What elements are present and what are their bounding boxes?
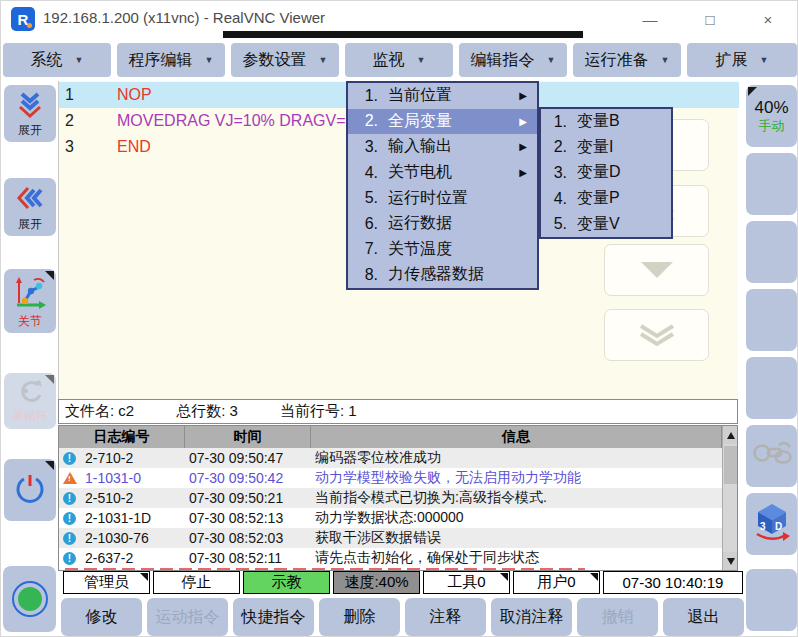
modify-button[interactable]: 修改 xyxy=(61,598,142,636)
menu-bar: 系统▼ 程序编辑▼ 参数设置▼ 监视▼ 编辑指令▼ 运行准备▼ 扩展▼ xyxy=(1,38,798,81)
single-cycle-button: 单循环 xyxy=(4,373,56,429)
submenu-item-variable-p[interactable]: 4.变量P xyxy=(541,186,671,212)
menu-program[interactable]: 程序编辑▼ xyxy=(117,43,225,77)
info-icon xyxy=(63,512,76,525)
tool-status[interactable]: 工具0 xyxy=(423,571,510,594)
code-text: MOVEDRAG VJ=10% DRAGV=10 xyxy=(117,112,363,130)
menu-item-current-position[interactable]: 1.当前位置▶ xyxy=(348,83,537,109)
menu-system[interactable]: 系统▼ xyxy=(3,43,111,77)
log-header-id: 日志编号 xyxy=(59,426,185,448)
exit-button[interactable]: 退出 xyxy=(663,598,744,636)
submenu-arrow-icon: ▶ xyxy=(519,116,527,127)
log-row[interactable]: 2-710-207-30 09:50:47编码器零位校准成功 xyxy=(59,448,724,468)
motion-command-button: 运动指令 xyxy=(147,598,228,636)
menu-item-global-variables[interactable]: 2.全局变量▶ xyxy=(348,109,537,135)
menu-item-runtime-position[interactable]: 5.运行时位置 xyxy=(348,185,537,211)
info-icon xyxy=(63,552,76,565)
chevron-down-icon: ▼ xyxy=(205,55,214,65)
log-header-time: 时间 xyxy=(185,426,311,448)
log-row[interactable]: 2-637-207-30 08:52:11请先点击初始化，确保处于同步状态 xyxy=(59,548,724,568)
single-cycle-label: 单循环 xyxy=(12,410,48,422)
menu-extend[interactable]: 扩展▼ xyxy=(687,43,797,77)
menu-item-force-sensor-data[interactable]: 8.力传感器数据 xyxy=(348,262,537,288)
variable-submenu: 1.变量B 2.变量I 3.变量D 4.变量P 5.变量V xyxy=(539,107,673,239)
speed-value: 40% xyxy=(754,98,788,118)
side-panel-button[interactable] xyxy=(746,569,797,631)
expand-down-button[interactable]: 展开 xyxy=(4,85,56,142)
file-info-bar: 文件名: c2 总行数: 3 当前行号: 1 xyxy=(58,399,738,424)
teach-mode-status: 示教 xyxy=(243,571,330,594)
delete-button[interactable]: 删除 xyxy=(319,598,400,636)
menu-item-joint-temperature[interactable]: 7.关节温度 xyxy=(348,237,537,263)
menu-run-prep[interactable]: 运行准备▼ xyxy=(573,43,681,77)
double-chevron-down-icon xyxy=(15,91,45,122)
info-icon xyxy=(63,532,76,545)
window-title: 192.168.1.200 (x11vnc) - RealVNC Viewer xyxy=(43,9,325,26)
submenu-arrow-icon: ▶ xyxy=(519,141,527,152)
user-frame-status[interactable]: 用户0 xyxy=(513,571,600,594)
servo-power-button[interactable] xyxy=(4,459,56,521)
page-down-button[interactable] xyxy=(604,309,709,361)
code-text: END xyxy=(117,138,151,156)
user-role-status[interactable]: 管理员 xyxy=(63,571,150,594)
view-3d-button[interactable]: 3D xyxy=(746,493,797,555)
file-name: 文件名: c2 xyxy=(65,402,134,421)
start-button[interactable] xyxy=(3,566,56,632)
side-panel-button[interactable] xyxy=(746,221,797,283)
side-panel-button[interactable] xyxy=(746,357,797,419)
log-scrollbar[interactable] xyxy=(722,426,737,570)
menu-params[interactable]: 参数设置▼ xyxy=(231,43,339,77)
quick-command-button[interactable]: 快捷指令 xyxy=(233,598,314,636)
line-number: 1 xyxy=(59,86,117,104)
svg-text:D: D xyxy=(775,521,782,532)
maximize-button[interactable]: □ xyxy=(693,7,727,31)
menu-monitor[interactable]: 监视▼ xyxy=(345,43,453,77)
code-text: NOP xyxy=(117,86,152,104)
chevron-down-icon: ▼ xyxy=(547,55,556,65)
log-row[interactable]: 2-1030-7607-30 08:52:03获取干涉区数据错误 xyxy=(59,528,724,548)
expand-down-label: 展开 xyxy=(18,124,42,136)
scrollbar-down-button[interactable] xyxy=(723,552,738,570)
scrollbar-up-button[interactable] xyxy=(723,426,738,444)
realvnc-logo-icon: R xyxy=(11,7,35,31)
close-button[interactable]: × xyxy=(751,7,785,31)
menu-item-joint-motor[interactable]: 4.关节电机▶ xyxy=(348,160,537,186)
log-row[interactable]: 2-510-207-30 09:50:21当前指令模式已切换为:高级指令模式. xyxy=(59,488,724,508)
joint-mode-button[interactable]: 关节 xyxy=(4,269,56,333)
side-panel-button[interactable] xyxy=(746,289,797,351)
arrow-down-icon xyxy=(635,258,679,282)
double-chevron-down-icon xyxy=(635,322,679,348)
scrollbar-thumb[interactable] xyxy=(724,446,737,484)
comment-button[interactable]: 注释 xyxy=(405,598,486,636)
submenu-item-variable-v[interactable]: 5.变量V xyxy=(541,211,671,237)
arrow-down-icon xyxy=(727,558,735,565)
chevron-down-icon: ▼ xyxy=(417,55,426,65)
realvnc-window: R 192.168.1.200 (x11vnc) - RealVNC Viewe… xyxy=(0,0,798,637)
submenu-item-variable-i[interactable]: 2.变量I xyxy=(541,135,671,161)
submenu-item-variable-b[interactable]: 1.变量B xyxy=(541,109,671,135)
log-row[interactable]: 1-1031-007-30 09:50:42动力学模型校验失败，无法启用动力学功… xyxy=(59,468,724,488)
log-panel: 日志编号 时间 信息 2-710-207-30 09:50:47编码器零位校准成… xyxy=(58,425,738,571)
speed-mode-button[interactable]: 40% 手动 xyxy=(746,85,797,147)
scroll-down-button[interactable] xyxy=(604,244,709,296)
svg-text:3: 3 xyxy=(760,521,766,532)
uncomment-button[interactable]: 取消注释 xyxy=(491,598,572,636)
robot-arm-axes-icon xyxy=(13,275,47,313)
log-rows: 2-710-207-30 09:50:47编码器零位校准成功 1-1031-00… xyxy=(59,448,724,571)
warning-icon xyxy=(63,472,77,484)
mode-label: 手动 xyxy=(759,118,785,134)
expand-left-button[interactable]: 展开 xyxy=(4,178,56,236)
datetime-status: 07-30 10:40:19 xyxy=(603,571,743,594)
chevron-down-icon: ▼ xyxy=(319,55,328,65)
menu-edit-cmd[interactable]: 编辑指令▼ xyxy=(459,43,567,77)
info-icon xyxy=(63,492,76,505)
log-row[interactable]: 2-1031-1D07-30 08:52:13动力学数据状态:000000 xyxy=(59,508,724,528)
controller-icon xyxy=(751,436,793,476)
menu-item-io[interactable]: 3.输入输出▶ xyxy=(348,134,537,160)
drag-teach-button[interactable] xyxy=(746,425,797,487)
submenu-item-variable-d[interactable]: 3.变量D xyxy=(541,160,671,186)
current-line: 当前行号: 1 xyxy=(280,402,357,421)
minimize-button[interactable]: — xyxy=(633,7,667,31)
menu-item-run-data[interactable]: 6.运行数据 xyxy=(348,211,537,237)
side-panel-button[interactable] xyxy=(746,153,797,215)
